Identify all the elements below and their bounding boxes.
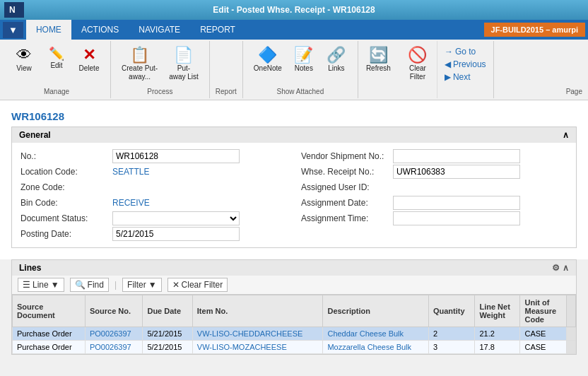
ribbon-group-manage: 👁 View ✏️ Edit ✕ Delete Manage [3,41,111,98]
col-due-date: Due Date [143,295,192,327]
vendor-shipment-no-input[interactable] [393,149,520,163]
field-zone-code: Zone Code: [20,180,287,195]
filter-button[interactable]: Filter ▼ [122,278,162,292]
putaway-list-label: Put-away List [169,64,199,81]
table-row[interactable]: Purchase OrderPO00263975/21/2015VW-LISO-… [13,341,576,354]
line-button[interactable]: ☰ Line ▼ [18,278,64,292]
notes-button[interactable]: 📝 Notes [288,44,319,76]
assignment-time-input[interactable] [393,211,520,225]
lines-collapse-icon[interactable]: ∧ [563,263,569,273]
posting-date-input[interactable] [112,227,240,241]
goto-arrow-icon: → [445,47,453,57]
ribbon-group-report: Report [210,41,243,98]
lines-section: Lines ⚙ ∧ ☰ Line ▼ 🔍 Find | Filter ▼ ✕ C… [11,259,577,355]
col-unit-of-measure-code: Unit ofMeasureCode [520,295,567,327]
lines-section-header[interactable]: Lines ⚙ ∧ [12,260,576,276]
cell-line-net-weight: 21.2 [475,327,520,341]
col-line-net-weight: Line NetWeight [475,295,520,327]
cell-line-net-weight: 17.8 [475,341,520,354]
page-group-label: Page [566,85,582,95]
field-posting-date: Posting Date: [20,226,287,242]
view-icon: 👁 [16,47,32,63]
create-putaway-label: Create Put-away... [122,64,158,81]
lines-table-body: Purchase OrderPO00263975/21/2015VW-LISO-… [13,327,576,354]
cell-item-no: VW-LISO-CHEDDARCHEESE [192,327,323,341]
row-scrollbar [567,327,576,341]
bin-code-link[interactable]: RECEIVE [112,198,150,208]
line-dropdown-icon: ▼ [51,280,59,290]
location-code-label: Location Code: [20,167,112,177]
putaway-list-button[interactable]: 📄 Put-away List [164,44,204,85]
no-label: No.: [20,151,112,161]
general-section-header[interactable]: General ∧ [12,127,576,143]
table-scrollbar[interactable] [567,295,576,327]
tab-navigate[interactable]: NAVIGATE [129,20,190,40]
filter-icon: ▼ [148,280,157,290]
find-icon: 🔍 [75,280,86,290]
cell-unit-of-measure-code: CASE [520,341,567,354]
links-label: Links [328,64,344,73]
table-row[interactable]: Purchase OrderPO00263975/21/2015VW-LISO-… [13,327,576,341]
show-attached-buttons: 🔷 OneNote 📝 Notes 🔗 Links [249,44,352,76]
edit-button[interactable]: ✏️ Edit [41,44,72,76]
field-assignment-date: Assignment Date: [301,195,568,211]
edit-label: Edit [50,61,62,70]
field-assignment-time: Assignment Time: [301,211,568,226]
page-main-buttons: 🔄 Refresh [358,41,399,98]
links-button[interactable]: 🔗 Links [321,44,352,76]
view-button[interactable]: 👁 View [8,44,40,76]
row-scrollbar [567,341,576,354]
refresh-button[interactable]: 🔄 Refresh [361,44,396,76]
delete-button[interactable]: ✕ Delete [74,44,105,76]
clear-filter-lines-button[interactable]: ✕ Clear Filter [167,278,228,292]
col-quantity: Quantity [428,295,474,327]
general-fields-left: No.: Location Code: SEATTLE Zone Code: B… [20,148,287,242]
cell-description: Mozzarella Cheese Bulk [323,341,429,354]
cell-source-document: Purchase Order [13,327,86,341]
col-description: Description [323,295,429,327]
clear-filter-lines-icon: ✕ [172,280,180,290]
document-status-select[interactable] [112,211,240,225]
clear-filter-button[interactable]: 🚫 ClearFilter [401,44,434,85]
field-no: No.: [20,148,287,164]
onenote-button[interactable]: 🔷 OneNote [249,44,287,76]
edit-icon: ✏️ [49,47,64,60]
cell-due-date: 5/21/2015 [143,341,192,354]
filter-label: Filter [127,280,146,290]
page-group-label-area: Page [563,41,585,98]
previous-button[interactable]: ◀ Previous [440,58,490,71]
cell-quantity: 3 [428,341,474,354]
tab-actions[interactable]: ACTIONS [71,20,129,40]
tab-report[interactable]: REPORT [190,20,245,40]
delete-icon: ✕ [83,47,95,63]
goto-button[interactable]: → Go to [440,45,490,58]
tab-home[interactable]: HOME [26,20,71,40]
bin-code-label: Bin Code: [20,198,112,208]
clear-filter-area: 🚫 ClearFilter [399,41,437,98]
title-bar: N Edit - Posted Whse. Receipt - WR106128 [0,0,588,20]
putaway-list-icon: 📄 [174,47,193,63]
show-attached-group-label: Show Attached [277,85,324,95]
user-badge: JF-BUILD2015 – amurpi [484,23,585,37]
create-putaway-button[interactable]: 📋 Create Put-away... [117,44,163,85]
lines-settings-icon[interactable]: ⚙ [552,263,560,273]
clear-filter-label: ClearFilter [409,64,426,81]
col-source-no: Source No. [85,295,142,327]
cell-due-date: 5/21/2015 [143,327,192,341]
next-icon: ▶ [445,72,451,82]
assignment-date-input[interactable] [393,196,520,210]
lines-table: SourceDocument Source No. Due Date Item … [12,295,576,354]
location-code-link[interactable]: SEATTLE [112,167,149,177]
general-section-body: No.: Location Code: SEATTLE Zone Code: B… [12,143,576,247]
find-button[interactable]: 🔍 Find [70,278,109,292]
lines-toolbar: ☰ Line ▼ 🔍 Find | Filter ▼ ✕ Clear Filte… [12,276,576,295]
whse-receipt-no-input[interactable] [393,165,520,179]
ribbon-dropdown[interactable]: ▼ [3,22,23,38]
line-label: Line [33,280,49,290]
next-button[interactable]: ▶ Next [440,71,490,83]
goto-label: Go to [455,47,476,57]
col-source-document: SourceDocument [13,295,86,327]
no-input[interactable] [112,149,240,163]
ribbon-group-process: 📋 Create Put-away... 📄 Put-away List Pro… [111,41,210,98]
page-content: WR106128 General ∧ No.: Location Code: S… [0,100,588,259]
